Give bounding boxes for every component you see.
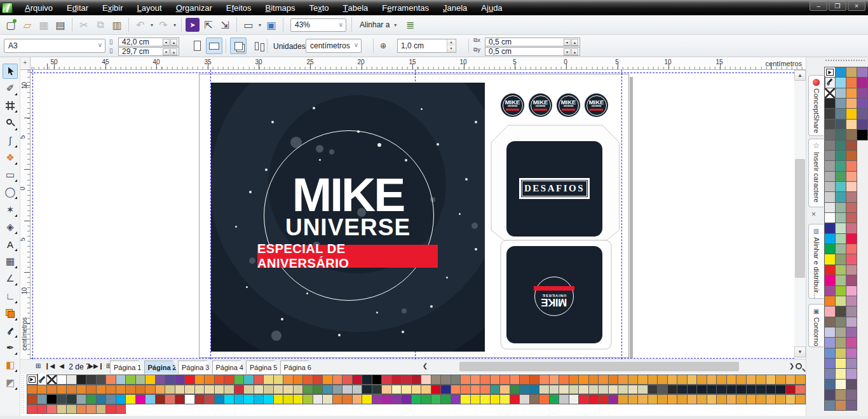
color-swatch[interactable]	[155, 374, 166, 385]
color-swatch[interactable]	[155, 385, 166, 395]
search-content-button[interactable]: ➤	[186, 18, 200, 32]
color-swatch[interactable]	[381, 374, 392, 385]
color-swatch[interactable]	[824, 348, 836, 359]
color-swatch[interactable]	[835, 389, 846, 400]
guideline-vertical[interactable]	[621, 70, 622, 359]
color-swatch[interactable]	[588, 385, 599, 395]
welcome-screen-button[interactable]: ▣	[264, 17, 279, 32]
color-swatch[interactable]	[66, 385, 77, 395]
vertical-ruler[interactable]: 1050510centímetros	[20, 70, 31, 359]
color-swatch[interactable]	[116, 374, 126, 385]
color-swatch[interactable]	[116, 385, 126, 395]
color-swatch[interactable]	[293, 394, 304, 404]
color-swatch[interactable]	[824, 191, 836, 202]
artwork-desafios-card[interactable]: DESAFIOS	[506, 141, 602, 237]
color-swatch[interactable]	[529, 385, 540, 395]
horizontal-ruler[interactable]: 5045403530252015105051015centímetros	[31, 57, 806, 70]
color-swatch[interactable]	[835, 244, 846, 254]
color-swatch[interactable]	[76, 394, 87, 404]
color-swatch[interactable]	[824, 327, 836, 338]
color-swatch[interactable]	[835, 108, 846, 119]
color-swatch[interactable]	[184, 394, 195, 404]
color-swatch[interactable]	[846, 317, 857, 327]
close-button[interactable]: ×	[848, 1, 865, 11]
zoom-level-combo[interactable]: 43%∨	[290, 18, 346, 32]
scroll-tabs-left-button[interactable]: ❮	[420, 362, 430, 369]
eyedropper-tool[interactable]	[3, 323, 18, 338]
color-swatch[interactable]	[155, 394, 166, 404]
color-swatch[interactable]	[795, 385, 806, 395]
color-swatch[interactable]	[657, 385, 668, 395]
color-swatch[interactable]	[824, 233, 836, 244]
color-swatch[interactable]	[846, 358, 857, 369]
page-tab-4[interactable]: Página 4	[212, 361, 247, 374]
color-swatch[interactable]	[696, 385, 707, 395]
color-swatch[interactable]	[835, 98, 846, 109]
color-swatch[interactable]	[431, 385, 442, 395]
color-swatch[interactable]	[846, 296, 857, 306]
color-swatch[interactable]	[857, 129, 868, 140]
color-swatch[interactable]	[846, 171, 857, 182]
color-swatch[interactable]	[756, 374, 766, 385]
color-swatch[interactable]	[293, 385, 304, 395]
color-swatch[interactable]	[440, 374, 451, 385]
color-swatch[interactable]	[135, 374, 146, 385]
color-swatch[interactable]	[716, 374, 727, 385]
color-swatch[interactable]	[835, 129, 846, 140]
color-swatch[interactable]	[105, 385, 116, 395]
color-swatch[interactable]	[391, 374, 402, 385]
color-swatch[interactable]	[785, 385, 796, 395]
page-tab-2[interactable]: Página 2	[144, 361, 179, 374]
color-swatch[interactable]	[726, 385, 737, 395]
color-swatch[interactable]	[677, 374, 688, 385]
color-swatch[interactable]	[302, 394, 313, 404]
color-swatch[interactable]	[499, 385, 510, 395]
color-swatch[interactable]	[846, 67, 857, 78]
palette-eyedropper[interactable]	[824, 76, 825, 88]
color-swatch[interactable]	[57, 394, 67, 404]
color-swatch[interactable]	[549, 374, 560, 385]
color-swatch[interactable]	[628, 394, 639, 404]
color-swatch[interactable]	[401, 374, 412, 385]
color-swatch[interactable]	[696, 394, 707, 404]
table-tool[interactable]: ▦	[3, 254, 18, 269]
new-document-button[interactable]: ▢	[3, 17, 18, 32]
color-swatch[interactable]	[766, 394, 776, 404]
text-tool[interactable]: A	[3, 237, 18, 252]
color-swatch[interactable]	[165, 394, 175, 404]
color-swatch[interactable]	[846, 275, 857, 285]
color-swatch[interactable]	[234, 385, 245, 395]
color-swatch[interactable]	[125, 374, 136, 385]
color-swatch[interactable]	[578, 385, 589, 395]
color-swatch[interactable]	[145, 394, 156, 404]
page-tab-6[interactable]: Página 6	[280, 361, 315, 374]
guideline-vertical[interactable]	[32, 70, 33, 359]
connector-tool[interactable]: ∟	[3, 289, 18, 304]
color-swatch[interactable]	[372, 374, 383, 385]
zoom-to-page-icon[interactable]	[796, 363, 802, 369]
color-swatch[interactable]	[175, 385, 186, 395]
color-swatch[interactable]	[824, 171, 836, 182]
minimize-button[interactable]: –	[810, 1, 827, 11]
color-swatch[interactable]	[835, 212, 846, 223]
first-page-button[interactable]: ❙◀	[44, 362, 55, 369]
color-swatch[interactable]	[549, 394, 560, 404]
color-swatch[interactable]	[824, 160, 836, 171]
color-swatch[interactable]	[667, 374, 678, 385]
menu-organizar[interactable]: Organizar	[169, 0, 219, 15]
guideline-horizontal[interactable]	[31, 72, 794, 73]
snap-to-label[interactable]: Alinhar a	[360, 20, 390, 29]
color-swatch[interactable]	[510, 374, 520, 385]
color-swatch[interactable]	[716, 394, 727, 404]
color-swatch[interactable]	[716, 385, 727, 395]
color-swatch[interactable]	[283, 385, 294, 395]
color-swatch[interactable]	[342, 374, 353, 385]
color-swatch[interactable]	[204, 385, 215, 395]
color-swatch[interactable]	[588, 394, 599, 404]
color-swatch[interactable]	[846, 88, 857, 99]
color-swatch[interactable]	[254, 385, 264, 395]
color-swatch[interactable]	[204, 394, 215, 404]
color-swatch[interactable]	[618, 385, 628, 395]
page-size-combo[interactable]: A3∨	[4, 39, 105, 53]
color-swatch[interactable]	[86, 374, 97, 385]
